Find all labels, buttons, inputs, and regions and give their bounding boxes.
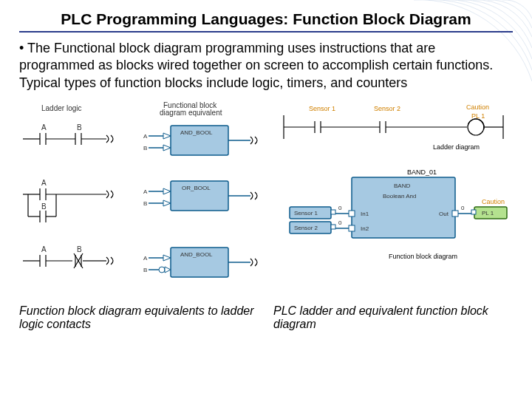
caution-label: Caution (466, 103, 489, 111)
svg-text:B: B (143, 200, 147, 207)
fbd-label: Function block diagram (389, 253, 457, 260)
svg-text:A: A (143, 255, 148, 262)
ladder-logic-header: Ladder logic (41, 104, 81, 112)
svg-text:Sensor 2: Sensor 2 (294, 225, 318, 231)
and-bool-not-block: AND_BOOL (180, 251, 213, 258)
ladder-diagram-label: Ladder diagram (433, 143, 480, 151)
svg-text:B: B (77, 123, 82, 132)
svg-text:Sensor 1: Sensor 1 (294, 210, 318, 216)
svg-text:B: B (143, 145, 147, 151)
svg-text:A: A (41, 179, 47, 187)
band-desc: Boolean And (383, 193, 416, 200)
svg-text:0: 0 (461, 205, 465, 211)
svg-text:A: A (143, 133, 148, 140)
svg-point-46 (159, 267, 165, 273)
svg-text:0: 0 (338, 219, 342, 226)
sensor1-label: Sensor 1 (309, 105, 335, 112)
and-bool-block: AND_BOOL (180, 129, 213, 136)
slide-title: PLC Programming Languages: Function Bloc… (19, 10, 513, 33)
svg-text:B: B (41, 202, 47, 211)
svg-text:A: A (41, 245, 47, 253)
svg-rect-67 (349, 225, 355, 231)
svg-marker-44 (163, 255, 171, 261)
pl1-label: PL 1 (471, 112, 485, 120)
svg-text:Out: Out (439, 211, 449, 217)
svg-marker-30 (163, 200, 171, 206)
svg-text:Caution: Caution (482, 198, 505, 205)
svg-rect-71 (331, 225, 335, 229)
slide-body: • The Functional block diagram programmi… (19, 40, 513, 92)
left-diagram: Ladder logic Functional blockdiagram equ… (19, 102, 270, 294)
svg-marker-11 (163, 133, 171, 139)
svg-text:0: 0 (338, 205, 342, 211)
svg-text:In2: In2 (361, 225, 369, 232)
or-bool-block: OR_BOOL (182, 185, 211, 191)
band-label: BAND (394, 183, 410, 189)
svg-rect-77 (471, 210, 476, 214)
svg-text:In1: In1 (361, 211, 369, 217)
caption-right: PLC ladder and equivalent function block… (273, 304, 513, 331)
svg-text:PL 1: PL 1 (482, 210, 494, 216)
svg-text:B: B (143, 267, 147, 273)
fbd-header: Functional blockdiagram equivalent (160, 102, 222, 117)
svg-rect-65 (331, 210, 335, 214)
svg-marker-28 (163, 188, 171, 194)
svg-marker-47 (165, 267, 171, 273)
svg-text:A: A (143, 188, 148, 195)
svg-rect-73 (452, 211, 458, 216)
svg-marker-13 (163, 145, 171, 151)
svg-rect-61 (349, 211, 355, 216)
diagram-row: Ladder logic Functional blockdiagram equ… (19, 102, 513, 294)
right-diagram: Sensor 1 Sensor 2 Caution PL 1 Ladder di… (278, 102, 514, 294)
sensor2-label: Sensor 2 (374, 105, 400, 112)
svg-text:B: B (77, 245, 82, 253)
svg-text:A: A (41, 123, 47, 132)
caption-left: Function block diagram equivalents to la… (19, 304, 259, 331)
band-title: BAND_01 (407, 168, 437, 176)
